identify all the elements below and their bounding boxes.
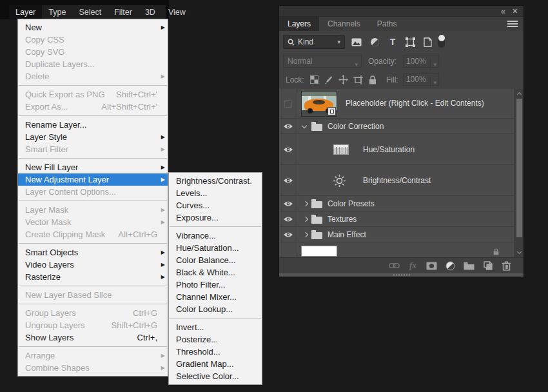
new-group-button[interactable] <box>464 260 475 271</box>
new-layer-button[interactable] <box>482 260 493 271</box>
layer-row-main-effect[interactable]: Main Effect <box>279 227 514 242</box>
fill-input[interactable]: 100% ▾ <box>403 73 439 86</box>
visibility-toggle[interactable] <box>279 134 297 164</box>
menu-item-arrange[interactable]: Arrange▶ <box>18 349 168 362</box>
lock-position-button[interactable] <box>338 75 348 84</box>
menubar-item-filter[interactable]: Filter <box>108 5 139 19</box>
submenu-item-exposure[interactable]: Exposure... <box>169 211 262 224</box>
add-layer-mask-button[interactable] <box>426 260 437 271</box>
menu-item-copy-svg[interactable]: Copy SVG <box>18 46 168 58</box>
filter-adjustment-layers-button[interactable] <box>368 36 381 48</box>
scroll-down-icon[interactable] <box>517 250 522 254</box>
menubar-item-3d[interactable]: 3D <box>139 5 162 19</box>
scroll-up-icon[interactable] <box>517 92 522 97</box>
filter-type-layers-button[interactable]: T <box>386 36 399 48</box>
layer-row-textures[interactable]: Textures <box>279 211 514 227</box>
layer-row-hue-saturation[interactable]: Hue/Saturation <box>279 134 514 165</box>
submenu-item-color-lookup[interactable]: Color Lookup... <box>169 303 262 315</box>
scrollbar-thumb[interactable] <box>516 99 522 237</box>
tab-channels[interactable]: Channels <box>319 17 369 31</box>
panel-menu-icon[interactable] <box>507 21 518 27</box>
layers-scrollbar[interactable] <box>514 89 524 257</box>
new-adjustment-layer-button[interactable] <box>445 260 456 271</box>
menu-item-layer-content-options[interactable]: Layer Content Options... <box>18 186 168 198</box>
blend-mode-dropdown[interactable]: Normal ▾ <box>283 55 362 68</box>
delete-layer-button[interactable] <box>501 260 512 271</box>
layer-row-background-partial[interactable] <box>279 242 514 257</box>
menu-item-group-layers[interactable]: Group LayersCtrl+G <box>18 307 168 319</box>
visibility-toggle[interactable] <box>279 242 297 257</box>
tab-layers[interactable]: Layers <box>279 17 319 31</box>
layer-thumbnail[interactable] <box>301 91 337 117</box>
submenu-item-channel-mixer[interactable]: Channel Mixer... <box>169 291 262 303</box>
tab-paths[interactable]: Paths <box>369 17 406 31</box>
submenu-item-vibrance[interactable]: Vibrance... <box>169 230 262 242</box>
layer-thumbnail[interactable] <box>301 246 337 257</box>
menu-item-smart-filter[interactable]: Smart Filter▶ <box>18 143 168 155</box>
menu-item-export-as[interactable]: Export As...Alt+Shift+Ctrl+' <box>18 101 168 113</box>
filter-kind-dropdown[interactable]: Kind ▾ <box>283 35 345 49</box>
menu-item-new-layer-based-slice[interactable]: New Layer Based Slice <box>18 289 168 301</box>
menu-item-show-layers[interactable]: Show LayersCtrl+, <box>18 331 168 344</box>
submenu-item-color-balance[interactable]: Color Balance... <box>169 254 262 266</box>
submenu-item-hue-saturation[interactable]: Hue/Saturation... <box>169 242 262 254</box>
submenu-item-brightness-contrast[interactable]: Brightness/Contrast... <box>169 175 262 187</box>
lock-all-button[interactable] <box>367 75 378 84</box>
panel-resize-grip[interactable] <box>279 273 524 277</box>
menu-item-new-adjustment-layer[interactable]: New Adjustment Layer▶ <box>18 173 168 186</box>
menu-item-combine-shapes[interactable]: Combine Shapes▶ <box>18 362 168 374</box>
filtering-toggle[interactable] <box>438 35 445 48</box>
lock-artboard-button[interactable] <box>353 75 363 84</box>
filter-pixel-layers-button[interactable] <box>350 36 363 48</box>
menu-item-rename-layer[interactable]: Rename Layer... <box>18 119 168 131</box>
lock-transparency-button[interactable] <box>309 75 319 84</box>
close-panel-icon[interactable]: × <box>513 6 518 16</box>
visibility-toggle[interactable] <box>279 211 297 226</box>
opacity-input[interactable]: 100% ▾ <box>403 55 439 68</box>
submenu-item-posterize[interactable]: Posterize... <box>169 333 262 346</box>
layer-row-brightness-contrast[interactable]: Brightness/Contrast <box>279 165 514 196</box>
menu-item-ungroup-layers[interactable]: Ungroup LayersShift+Ctrl+G <box>18 319 168 331</box>
layer-row-color-correction[interactable]: Color Correction <box>279 119 514 134</box>
menu-item-create-clipping-mask[interactable]: Create Clipping MaskAlt+Ctrl+G <box>18 228 168 240</box>
menubar-item-type[interactable]: Type <box>42 5 72 19</box>
layer-style-button[interactable]: fx <box>407 260 418 271</box>
menu-item-quick-export-png[interactable]: Quick Export as PNGShift+Ctrl+' <box>18 88 168 101</box>
menu-item-vector-mask[interactable]: Vector Mask▶ <box>18 216 168 228</box>
submenu-item-threshold[interactable]: Threshold... <box>169 346 262 358</box>
menu-item-rasterize[interactable]: Rasterize▶ <box>18 271 168 283</box>
visibility-toggle[interactable] <box>279 196 297 211</box>
menubar-item-layer[interactable]: Layer <box>9 5 42 19</box>
group-expand-chevron-icon[interactable] <box>303 201 308 206</box>
lock-image-button[interactable] <box>323 75 333 84</box>
submenu-item-curves[interactable]: Curves... <box>169 199 262 211</box>
menubar-item-view[interactable]: View <box>162 5 192 19</box>
collapse-panel-icon[interactable]: « <box>501 6 505 16</box>
group-expand-chevron-icon[interactable] <box>303 232 308 237</box>
menu-item-layer-style[interactable]: Layer Style▶ <box>18 131 168 143</box>
submenu-item-invert[interactable]: Invert... <box>169 321 262 333</box>
menu-item-delete[interactable]: Delete▶ <box>18 70 168 83</box>
menu-item-video-layers[interactable]: Video Layers▶ <box>18 259 168 271</box>
submenu-item-levels[interactable]: Levels... <box>169 187 262 199</box>
layer-row-color-presets[interactable]: Color Presets <box>279 196 514 211</box>
submenu-item-gradient-map[interactable]: Gradient Map... <box>169 358 262 370</box>
submenu-item-black-white[interactable]: Black & White... <box>169 266 262 279</box>
submenu-item-photo-filter[interactable]: Photo Filter... <box>169 279 262 291</box>
visibility-toggle[interactable] <box>279 89 297 118</box>
menubar-item-select[interactable]: Select <box>72 5 108 19</box>
menu-item-layer-mask[interactable]: Layer Mask▶ <box>18 204 168 216</box>
menu-item-duplicate-layers[interactable]: Duplicate Layers... <box>18 58 168 70</box>
visibility-toggle[interactable] <box>279 119 297 133</box>
menu-item-copy-css[interactable]: Copy CSS <box>18 34 168 46</box>
submenu-item-selective-color[interactable]: Selective Color... <box>169 370 262 382</box>
group-expand-chevron-icon[interactable] <box>303 217 308 222</box>
menu-item-smart-objects[interactable]: Smart Objects▶ <box>18 246 168 259</box>
link-layers-button[interactable] <box>389 260 400 271</box>
layer-row-placeholder[interactable]: Placeholder (Right Click - Edit Contents… <box>279 89 514 119</box>
filter-shape-layers-button[interactable] <box>404 36 416 48</box>
menu-item-new-fill-layer[interactable]: New Fill Layer▶ <box>18 161 168 173</box>
group-collapse-chevron-icon[interactable] <box>302 123 307 128</box>
visibility-toggle[interactable] <box>279 165 297 195</box>
menu-item-new[interactable]: New▶ <box>18 21 168 34</box>
